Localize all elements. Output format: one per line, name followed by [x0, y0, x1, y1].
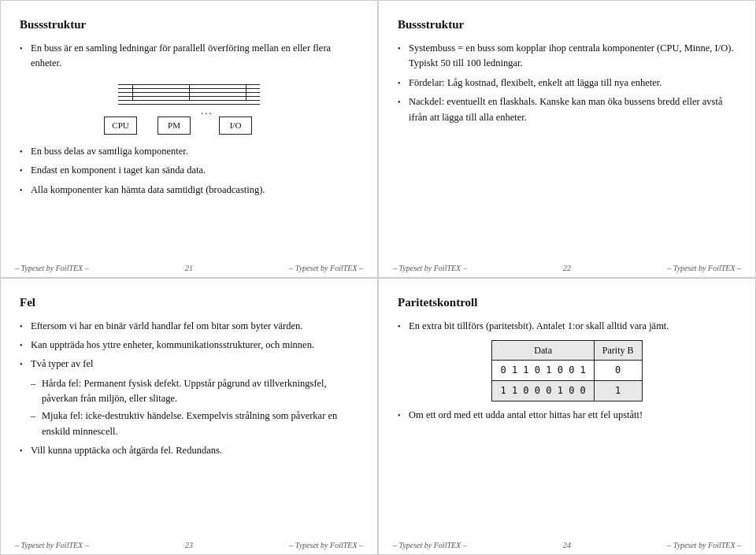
bullet-dot: •: [20, 339, 31, 352]
parity-table-row-0: 0 1 1 0 1 0 0 1 0: [492, 361, 642, 381]
slide-3-intro-text: Eftersom vi har en binär värld handlar f…: [31, 319, 358, 334]
slide-1-bullet-3-text: Alla komponenter kan hämta data samtidig…: [31, 183, 358, 198]
slide-3-sub-bullet-1-text: Mjuka fel: icke-destruktiv händelse. Exe…: [42, 409, 358, 439]
slide-1-intro-bullet: • En buss är en samling ledningar för pa…: [20, 41, 358, 72]
slide-3-footer-left: – Typeset by FoilTEX –: [15, 541, 89, 549]
parity-table: Data Parity B 0 1 1 0 1 0 0 1 0 1 1 0 0 …: [491, 340, 642, 401]
dots-label: ...: [201, 103, 213, 119]
bullet-dot: •: [20, 43, 31, 55]
slide-2-bullet-0-text: Systembuss = en buss som kopplar ihop ce…: [409, 41, 736, 72]
slide-2-footer-left: – Typeset by FoilTEX –: [393, 264, 467, 272]
bullet-dot: •: [20, 165, 31, 177]
io-box: I/O: [219, 117, 252, 135]
slide-1-footer: – Typeset by FoilTEX – 21 – Typeset by F…: [1, 264, 377, 272]
slide-1-bullet-3: • Alla komponenter kan hämta data samtid…: [20, 183, 358, 198]
slide-2-content: • Systembuss = en buss som kopplar ihop …: [398, 41, 736, 125]
slide-2-footer-right: – Typeset by FoilTEX –: [667, 264, 741, 272]
slide-2: Bussstruktur • Systembuss = en buss som …: [378, 0, 756, 278]
slide-1-footer-page: 21: [185, 264, 193, 272]
slide-2-bullet-2: • Nackdel: eventuellt en flaskhals. Kans…: [398, 94, 736, 125]
slide-1-intro-text: En buss är en samling ledningar för para…: [31, 41, 358, 72]
bullet-dot: •: [20, 146, 31, 158]
slide-4-bullet-0: • En extra bit tillförs (paritetsbit). A…: [398, 319, 736, 334]
parity-table-col2: Parity B: [594, 340, 642, 361]
slide-4-title: Paritetskontroll: [398, 296, 736, 309]
page-grid: Bussstruktur • En buss är en samling led…: [0, 0, 756, 555]
slide-2-title: Bussstruktur: [398, 18, 736, 31]
slide-4-last-bullet: • Om ett ord med ett udda antal ettor hi…: [398, 408, 736, 423]
slide-3-sub-bullet-0-text: Hårda fel: Permanent fysisk defekt. Upps…: [42, 376, 358, 407]
slide-3: Fel • Eftersom vi har en binär värld han…: [0, 278, 378, 556]
slide-2-bullet-0: • Systembuss = en buss som kopplar ihop …: [398, 41, 736, 72]
slide-1-bullet-2: • Endast en komponent i taget kan sända …: [20, 163, 358, 178]
slide-1-content: • En buss är en samling ledningar för pa…: [20, 41, 358, 198]
bullet-dot: •: [20, 445, 31, 457]
slide-1-footer-right: – Typeset by FoilTEX –: [289, 264, 363, 272]
io-label: I/O: [230, 120, 242, 130]
bus-lines: [118, 80, 260, 111]
bus-line-6: [118, 104, 260, 105]
slide-4-content: • En extra bit tillförs (paritetsbit). A…: [398, 319, 736, 424]
slide-4-footer-right: – Typeset by FoilTEX –: [667, 541, 741, 549]
parity-table-parity-0: 0: [594, 361, 642, 381]
slide-4: Paritetskontroll • En extra bit tillförs…: [378, 278, 756, 556]
slide-3-sub-bullet-0: – Hårda fel: Permanent fysisk defekt. Up…: [31, 376, 358, 407]
slide-3-content: • Eftersom vi har en binär värld handlar…: [20, 319, 358, 459]
slide-3-last-text: Vill kunna upptäcka och åtgärda fel. Red…: [31, 443, 358, 458]
sub-dash: –: [31, 409, 42, 424]
slide-3-bullet-0-text: Kan uppträda hos yttre enheter, kommunik…: [31, 338, 358, 353]
slide-3-last-bullet: • Vill kunna upptäcka och åtgärda fel. R…: [20, 443, 358, 458]
io-vert: [246, 84, 246, 100]
bus-diagram: CPU PM ... I/O: [102, 80, 276, 135]
cpu-box: CPU: [104, 117, 137, 135]
cpu-vert: [132, 84, 133, 100]
slide-4-last-text: Om ett ord med ett udda antal ettor hitt…: [409, 408, 736, 423]
slide-3-footer-right: – Typeset by FoilTEX –: [289, 541, 363, 549]
slide-1-footer-left: – Typeset by FoilTEX –: [15, 264, 89, 272]
parity-table-data-1: 1 1 0 0 0 1 0 0: [492, 381, 594, 401]
bullet-dot: •: [20, 184, 31, 197]
slide-4-footer-left: – Typeset by FoilTEX –: [393, 541, 467, 549]
slide-1-bullet-1: • En buss delas av samtliga komponenter.: [20, 144, 358, 159]
bullet-dot: •: [398, 77, 409, 90]
slide-3-footer: – Typeset by FoilTEX – 23 – Typeset by F…: [1, 541, 377, 549]
slide-2-bullet-1-text: Fördelar: Låg kostnad, flexibelt, enkelt…: [409, 76, 736, 91]
slide-1-bullet-1-text: En buss delas av samtliga komponenter.: [31, 144, 358, 159]
pm-box: PM: [158, 117, 191, 135]
slide-2-bullet-1: • Fördelar: Låg kostnad, flexibelt, enke…: [398, 76, 736, 91]
slide-3-bullet-1: • Två typer av fel: [20, 357, 358, 372]
bullet-dot: •: [398, 409, 409, 422]
slide-2-footer-page: 22: [563, 264, 571, 272]
sub-dash: –: [31, 376, 42, 391]
bus-line-5: [118, 100, 260, 101]
slide-4-footer-page: 24: [563, 541, 571, 549]
slide-3-sub-bullet-1: – Mjuka fel: icke-destruktiv händelse. E…: [31, 409, 358, 439]
slide-1-title: Bussstruktur: [20, 18, 358, 31]
pm-vert: [189, 84, 190, 100]
bullet-dot: •: [20, 320, 31, 333]
parity-table-parity-1: 1: [594, 381, 642, 401]
slide-1: Bussstruktur • En buss är en samling led…: [0, 0, 378, 278]
pm-label: PM: [168, 120, 180, 130]
parity-table-data-0: 0 1 1 0 1 0 0 1: [492, 361, 594, 381]
slide-2-bullet-2-text: Nackdel: eventuellt en flaskhals. Kanske…: [409, 94, 736, 125]
slide-3-bullet-0: • Kan uppträda hos yttre enheter, kommun…: [20, 338, 358, 353]
bullet-dot: •: [20, 358, 31, 371]
slide-4-footer: – Typeset by FoilTEX – 24 – Typeset by F…: [379, 541, 755, 549]
slide-4-bullet-0-text: En extra bit tillförs (paritetsbit). Ant…: [409, 319, 736, 334]
bullet-dot: •: [398, 96, 409, 109]
parity-table-col1: Data: [492, 340, 594, 361]
bullet-dot: •: [398, 43, 409, 55]
slide-3-bullet-1-text: Två typer av fel: [31, 357, 358, 372]
slide-3-title: Fel: [20, 296, 358, 309]
slide-3-intro-bullet: • Eftersom vi har en binär värld handlar…: [20, 319, 358, 334]
slide-1-bullet-2-text: Endast en komponent i taget kan sända da…: [31, 163, 358, 178]
parity-table-row-1: 1 1 0 0 0 1 0 0 1: [492, 381, 642, 401]
slide-2-footer: – Typeset by FoilTEX – 22 – Typeset by F…: [379, 264, 755, 272]
cpu-label: CPU: [112, 120, 128, 130]
bullet-dot: •: [398, 320, 409, 333]
slide-3-footer-page: 23: [185, 541, 193, 549]
